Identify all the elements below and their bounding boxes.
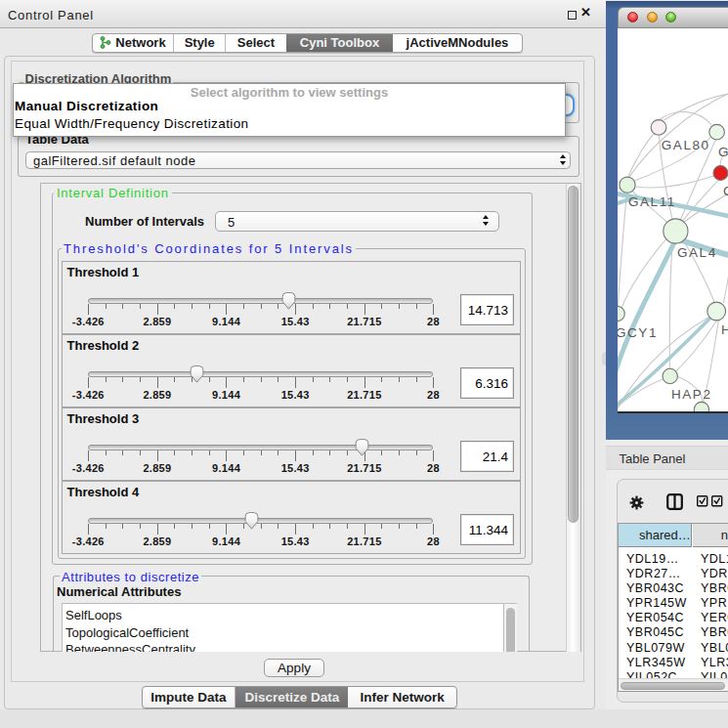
svg-text:GA: GA <box>717 145 728 159</box>
svg-text:H: H <box>720 322 728 337</box>
svg-text:GCY1: GCY1 <box>618 325 658 340</box>
svg-text:GAL11: GAL11 <box>627 194 675 209</box>
svg-text:C: C <box>722 184 728 198</box>
svg-text:GAL80: GAL80 <box>661 138 709 152</box>
svg-text:HAP2: HAP2 <box>670 387 711 402</box>
svg-text:GAL4: GAL4 <box>676 245 716 260</box>
